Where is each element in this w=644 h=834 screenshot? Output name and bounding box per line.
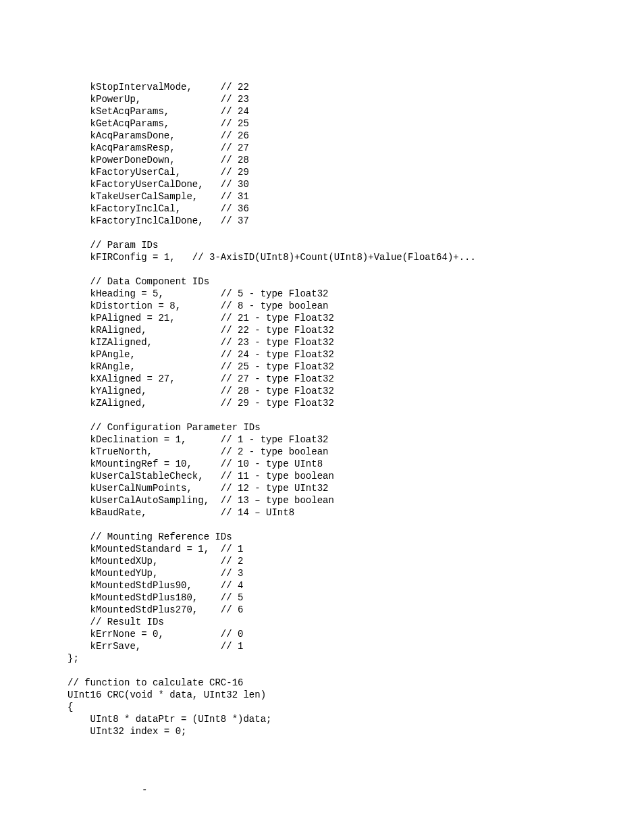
code-block: kStopIntervalMode, // 22 kPowerUp, // 23… <box>0 0 644 737</box>
page-footer: - <box>0 737 644 823</box>
